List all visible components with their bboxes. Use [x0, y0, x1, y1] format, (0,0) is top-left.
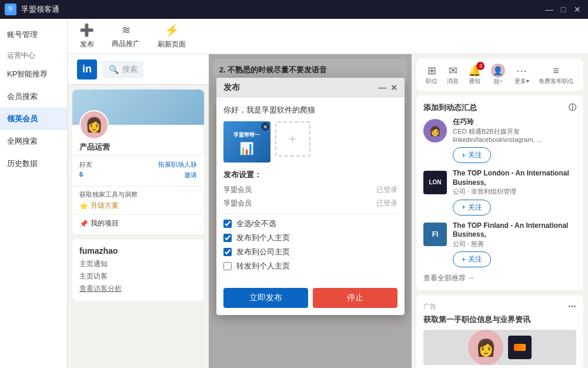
modal-header-controls: — ✕	[379, 83, 397, 92]
thumb-text: 孚盟帮帮一	[231, 129, 262, 141]
modal-title: 发布	[223, 82, 240, 93]
checkbox-forward-personal-label[interactable]: 转发到个人主页	[236, 261, 290, 271]
modal-thumbnail: 孚盟帮帮一 📊 ✕	[223, 121, 270, 163]
publish-button[interactable]: 立即发布	[223, 288, 308, 308]
title-bar: 孚 孚盟领客通 — □ ✕	[0, 0, 588, 19]
follow-btn-finland-wrap: + 关注	[453, 251, 576, 267]
ad-title: 获取第一手职位信息与业界资讯	[423, 314, 576, 325]
nav-item-me[interactable]: 👤 我~	[491, 64, 505, 86]
sidebar-item-global-search[interactable]: 全网搜索	[0, 130, 67, 152]
search-placeholder: 搜索	[122, 64, 138, 75]
thumb-close-button[interactable]: ✕	[261, 122, 269, 131]
suggestions-card: 添加到动态汇总 ⓘ 👩 任巧玲 CEO 精通B2B社媒开发 linkedin/f…	[416, 95, 583, 290]
ad-logo	[508, 336, 532, 359]
project-link[interactable]: 📌 我的项目	[79, 218, 197, 228]
suggestion-title-ren: CEO 精通B2B社媒开发	[453, 127, 576, 135]
suggestion-item-finland: FI The TOP Finland - An International Bu…	[423, 221, 576, 248]
me-label: 我~	[493, 78, 503, 86]
upgrade-text: 获取独家工具与洞察	[79, 190, 197, 199]
sidebar-item-account[interactable]: 账号管理	[0, 24, 67, 46]
ad-image: 👩	[423, 330, 576, 365]
checkbox-forward-personal-input[interactable]	[223, 262, 232, 270]
add-image-button[interactable]: +	[275, 121, 310, 157]
main-center: 孚盟领客通 2. 不熟悉的时候尽量不要发语音 一条40秒的语音需要用40秒听完，…	[209, 54, 412, 368]
nav-item-post-job[interactable]: ≡ 免费发布职位	[539, 65, 574, 85]
checkbox-post-personal-input[interactable]	[223, 234, 232, 242]
suggestion-info-finland: The TOP Finland - An International Busin…	[453, 221, 576, 248]
sidebar-item-linkedin-member[interactable]: 领英会员	[0, 108, 67, 130]
modal-close-button[interactable]: ✕	[390, 83, 397, 92]
nav-item-positions[interactable]: ⊞ 职位	[426, 64, 437, 85]
upgrade-section: 获取独家工具与洞察 ⭐ 升级方案	[72, 186, 204, 214]
right-panel: ⊞ 职位 ✉ 消息 🔔 3 通知 👤 我~	[412, 54, 588, 368]
plus-icon: +	[288, 131, 296, 147]
sidebar-item-member-search[interactable]: 会员搜索	[0, 85, 67, 108]
star-icon: ⭐	[79, 202, 88, 210]
suggestion-name-ren: 任巧玲	[453, 118, 576, 127]
checkbox-forward-personal: 转发到个人主页	[223, 261, 397, 271]
follow-btn-ren-wrap: + 关注	[453, 147, 576, 163]
stop-button[interactable]: 停止	[313, 288, 397, 308]
project-label: 我的项目	[91, 218, 119, 228]
suggestion-item-ren: 👩 任巧玲 CEO 精通B2B社媒开发 linkedin/facebook\in…	[423, 118, 576, 144]
suggestions-title: 添加到动态汇总 ⓘ	[423, 102, 576, 113]
modal-body: 你好，我是孚盟软件的爬猫 孚盟帮帮一 📊 ✕	[216, 98, 405, 282]
ad-label: 广告	[423, 302, 436, 311]
app-body: 账号管理 运营中心 KP智能推荐 会员搜索 领英会员 全网搜索 历史数据 ➕ 发…	[0, 19, 588, 368]
profile-stats: 好友 拓展职场人脉 6 邀请	[72, 155, 204, 186]
follow-btn-ren[interactable]: + 关注	[453, 147, 491, 163]
modal-minimize-button[interactable]: —	[379, 83, 387, 92]
more-label: 更多▾	[514, 77, 529, 85]
sidebar: 账号管理 运营中心 KP智能推荐 会员搜索 领英会员 全网搜索 历史数据	[0, 19, 68, 368]
see-all-link[interactable]: 查看全部推荐 →	[423, 273, 576, 283]
suggestion-logo-finland: FI	[423, 223, 447, 246]
linkedin-nav-strip: ⊞ 职位 ✉ 消息 🔔 3 通知 👤 我~	[416, 59, 583, 91]
content-area: ➕ 发布 ≋ 商品推广 ⚡ 刷新页面 in 🔍 搜索	[68, 19, 588, 368]
thumb-icon: 📊	[239, 141, 254, 155]
checkbox-post-personal-label[interactable]: 发布到个人主页	[236, 233, 290, 243]
suggestion-name-finland: The TOP Finland - An International Busin…	[453, 221, 576, 240]
notifications-label: 通知	[469, 77, 480, 85]
toolbar-publish-button[interactable]: ➕ 发布	[79, 23, 94, 49]
modal-row-label-1: 孚盟会员	[223, 198, 372, 208]
see-analysis-link[interactable]: 查看访客分析	[79, 284, 197, 294]
stat-link[interactable]: 拓展职场人脉	[158, 160, 197, 169]
modal-row-status-0: 已登录	[376, 185, 397, 195]
search-wrap[interactable]: 🔍 搜索	[103, 61, 143, 78]
follow-btn-finland[interactable]: + 关注	[453, 251, 491, 267]
me-avatar: 👤	[491, 64, 505, 78]
invite-label[interactable]: 邀请	[184, 171, 197, 180]
modal-row-label-0: 孚盟会员	[223, 185, 372, 195]
suggestion-name-london: The TOP London - An International Busine…	[453, 169, 576, 187]
title-bar-controls: — □ ✕	[543, 4, 583, 15]
nav-item-messages[interactable]: ✉ 消息	[447, 64, 459, 85]
main-content: in 🔍 搜索 👩 产品运营	[68, 54, 588, 368]
publish-icon: ➕	[79, 23, 94, 37]
toolbar-promote-button[interactable]: ≋ 商品推广	[112, 24, 140, 49]
ad-more-icon[interactable]: •••	[568, 302, 576, 311]
sidebar-item-history[interactable]: 历史数据	[0, 152, 67, 175]
follow-label-finland: 关注	[468, 254, 482, 264]
minimize-button[interactable]: —	[543, 4, 555, 15]
follow-btn-london[interactable]: + 关注	[453, 200, 491, 216]
checkbox-post-company: 发布到公司主页	[223, 247, 397, 257]
toolbar-refresh-button[interactable]: ⚡ 刷新页面	[158, 23, 186, 49]
checkbox-select-all-label[interactable]: 全选/全不选	[236, 218, 277, 229]
upgrade-link[interactable]: ⭐ 升级方案	[79, 201, 197, 211]
checkbox-post-personal: 发布到个人主页	[223, 233, 397, 243]
ad-logo-shape	[514, 344, 526, 351]
publish-label: 发布	[80, 39, 94, 49]
maximize-button[interactable]: □	[557, 4, 569, 15]
avatar-emoji: 👩	[85, 117, 103, 133]
nav-item-notifications[interactable]: 🔔 3 通知	[468, 64, 481, 85]
modal-row-0: 孚盟会员 已登录	[223, 185, 397, 195]
checkbox-post-company-label[interactable]: 发布到公司主页	[236, 247, 290, 257]
sidebar-item-kp[interactable]: KP智能推荐	[0, 63, 67, 85]
close-button[interactable]: ✕	[572, 4, 583, 15]
app-logo: 孚	[5, 4, 16, 15]
checkbox-select-all-input[interactable]	[223, 220, 232, 228]
more-icon: ⋯	[516, 64, 527, 77]
nav-item-more[interactable]: ⋯ 更多▾	[514, 64, 529, 85]
follow-plus-icon-finland: +	[462, 256, 466, 264]
checkbox-post-company-input[interactable]	[223, 248, 232, 256]
